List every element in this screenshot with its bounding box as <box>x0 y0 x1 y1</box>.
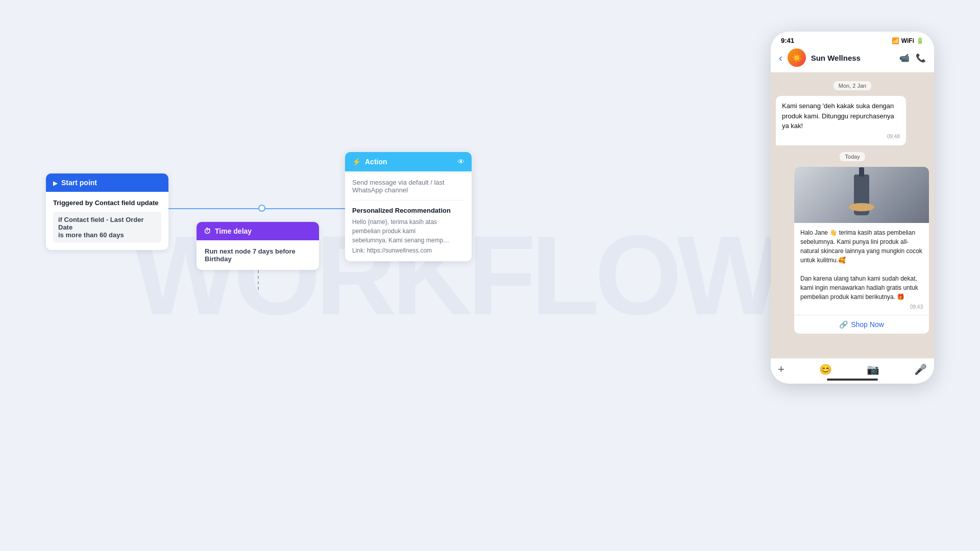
timedelay-node[interactable]: Time delay Run next node 7 days before B… <box>197 222 319 270</box>
add-icon[interactable]: + <box>778 363 785 376</box>
action-node-title: Action <box>365 158 387 166</box>
contact-name: Sun Wellness <box>811 54 894 62</box>
product-message-body: Halo Jane 👋 terima kasih atas pembelian … <box>794 223 929 315</box>
start-node-header: Start point <box>46 173 168 192</box>
action-link: Link: https://sunwellness.com <box>352 247 464 254</box>
video-call-icon[interactable]: 📹 <box>899 53 910 63</box>
action-recommendation-title: Personalized Recommendation <box>352 207 464 214</box>
product-message-bubble: Halo Jane 👋 terima kasih atas pembelian … <box>794 167 929 334</box>
incoming-message-time: 09:48 <box>782 133 900 140</box>
incoming-message-1: Kami senang 'deh kakak suka dengan produ… <box>776 96 906 145</box>
connector-line <box>168 208 362 209</box>
start-node-condition: if Contact field - Last Order Date is mo… <box>53 212 161 243</box>
signal-icon: 📶 <box>892 37 899 44</box>
bottle-cap <box>859 167 864 177</box>
timedelay-days: 7 days <box>253 247 273 255</box>
chat-area: Mon, 2 Jan Kami senang 'deh kakak suka d… <box>771 72 934 358</box>
action-node-body: Send message via default / last WhatsApp… <box>345 171 472 261</box>
status-icons: 📶 WiFi 🔋 <box>892 37 924 44</box>
shop-now-button[interactable]: 🔗 Shop Now <box>794 315 929 334</box>
product-message-time: 09:43 <box>800 303 923 311</box>
condition-value: 60 days <box>100 231 124 239</box>
start-node-trigger: Triggered by Contact field update <box>53 199 161 207</box>
chat-header: ‹ ☀️ Sun Wellness 📹 📞 <box>771 44 934 72</box>
back-button[interactable]: ‹ <box>779 52 782 64</box>
battery-icon: 🔋 <box>916 37 924 44</box>
start-node[interactable]: Start point Triggered by Contact field u… <box>46 173 168 250</box>
timedelay-node-body: Run next node 7 days before Birthday <box>197 240 319 270</box>
action-send-label: Send message via default / last WhatsApp… <box>352 179 464 201</box>
call-icon[interactable]: 📞 <box>916 53 926 63</box>
phone-mockup: 9:41 📶 WiFi 🔋 ‹ ☀️ Sun Wellness 📹 📞 Mon,… <box>771 32 934 384</box>
sticker-icon[interactable]: 😊 <box>819 363 832 375</box>
home-indicator <box>827 379 878 381</box>
camera-icon[interactable]: 📷 <box>867 363 879 375</box>
link-icon: 🔗 <box>839 320 848 329</box>
action-icon <box>352 158 361 166</box>
shop-now-label: Shop Now <box>851 320 884 329</box>
action-send-via: via <box>398 179 407 186</box>
timedelay-node-header: Time delay <box>197 222 319 240</box>
workflow-canvas: Start point Triggered by Contact field u… <box>0 0 516 551</box>
header-action-icons: 📹 📞 <box>899 53 926 63</box>
date-badge-today: Today <box>776 152 929 161</box>
action-node-header: Action <box>345 152 472 171</box>
start-node-body: Triggered by Contact field update if Con… <box>46 192 168 250</box>
connector-dot <box>258 205 265 212</box>
trigger-value: Contact field update <box>95 199 159 207</box>
status-bar: 9:41 📶 WiFi 🔋 <box>771 32 934 44</box>
mic-icon[interactable]: 🎤 <box>914 363 927 375</box>
eye-icon[interactable] <box>457 157 464 166</box>
timer-icon <box>204 227 211 235</box>
status-time: 9:41 <box>781 37 794 44</box>
contact-avatar: ☀️ <box>788 48 806 67</box>
action-node[interactable]: Action Send message via default / last W… <box>345 152 472 261</box>
bottle-base <box>849 203 874 211</box>
bottom-input-bar: + 😊 📷 🎤 <box>771 358 934 380</box>
timedelay-target: Birthday <box>205 255 232 263</box>
product-image <box>794 167 929 223</box>
incoming-message-text: Kami senang 'deh kakak suka dengan produ… <box>782 101 900 131</box>
action-desc: Hello {name}, terima kasih atas pembelia… <box>352 217 464 245</box>
play-icon <box>53 179 57 187</box>
condition-field: Contact field - Last Order Date <box>58 216 144 231</box>
start-node-title: Start point <box>61 179 97 187</box>
date-badge-1: Mon, 2 Jan <box>776 81 929 90</box>
product-message-text: Halo Jane 👋 terima kasih atas pembelian … <box>800 228 923 302</box>
timedelay-node-title: Time delay <box>215 227 252 235</box>
wifi-icon: WiFi <box>901 37 914 44</box>
